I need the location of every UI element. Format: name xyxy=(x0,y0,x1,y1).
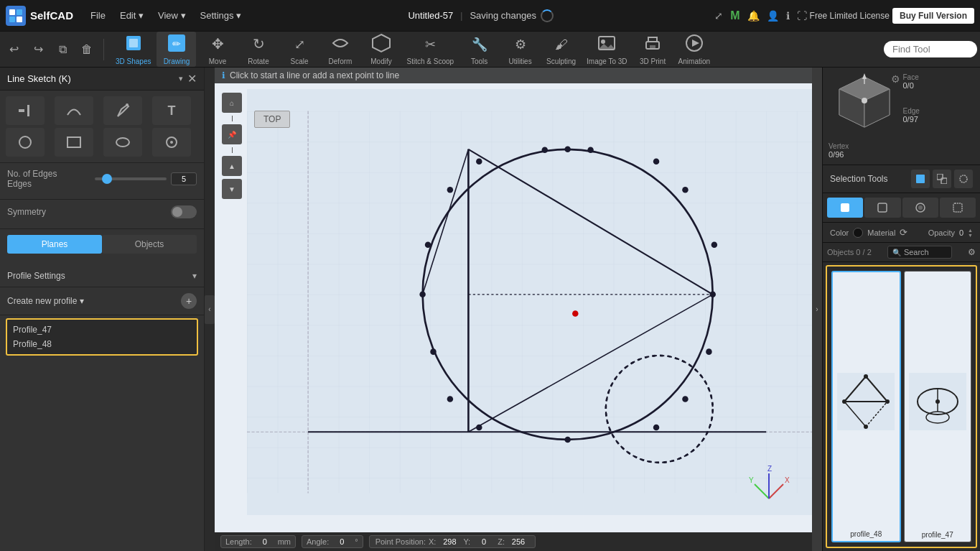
tool-move[interactable]: ✥ Move xyxy=(197,32,237,67)
tool-3d-print[interactable]: 3D Print xyxy=(633,32,673,67)
tool-3d-shapes-label: 3D Shapes xyxy=(116,57,151,65)
material-icon[interactable]: ⟳ xyxy=(900,227,907,238)
tabs-section: Planes Objects xyxy=(0,229,204,265)
text-tool-btn[interactable]: T xyxy=(152,96,191,125)
svg-point-30 xyxy=(170,141,173,144)
center-panel: ℹ Click to start a line or add a next po… xyxy=(215,68,812,551)
share-icon[interactable]: ⤢ xyxy=(714,10,723,22)
profile-settings-dropdown[interactable]: ▾ xyxy=(192,271,197,281)
svg-text:✥: ✥ xyxy=(211,36,223,52)
tool-tools[interactable]: 🔧 Tools xyxy=(459,32,499,67)
panel-dropdown-btn[interactable]: ▾ xyxy=(179,74,183,83)
nav-down[interactable]: ▼ xyxy=(222,179,242,199)
info-message: Click to start a line or add a next poin… xyxy=(230,70,399,80)
add-profile-button[interactable]: + xyxy=(181,293,197,309)
tool-3d-shapes[interactable]: 3D Shapes xyxy=(111,32,155,67)
tool-sculpting[interactable]: 🖌 Sculpting xyxy=(541,32,581,67)
sel-lasso-btn[interactable] xyxy=(954,170,973,188)
pen-tool-btn[interactable] xyxy=(103,96,142,125)
menu-edit[interactable]: Edit ▾ xyxy=(114,7,149,24)
view-transparent-btn[interactable] xyxy=(940,198,976,218)
menu-file[interactable]: File xyxy=(85,7,111,24)
info-bar: ℹ Click to start a line or add a next po… xyxy=(215,68,812,83)
tool-drawing[interactable]: ✏ Drawing xyxy=(157,32,196,67)
3d-cube-display[interactable]: ⚙ xyxy=(829,73,900,138)
m-icon[interactable]: M xyxy=(730,9,739,22)
profile-item-48[interactable]: Profile_48 xyxy=(13,337,191,351)
line-tool-btn[interactable] xyxy=(6,96,45,125)
tool-image-to-3d[interactable]: Image To 3D xyxy=(582,32,632,67)
view-controls: ⌂ 📌 ▲ ▼ xyxy=(222,93,242,199)
ellipse-tool-btn[interactable] xyxy=(103,128,142,157)
tool-stitch-scoop[interactable]: ✂ Stitch & Scoop xyxy=(402,32,458,67)
collapse-left-arrow[interactable]: ‹ xyxy=(205,295,215,324)
buy-full-version-button[interactable]: Buy Full Version xyxy=(892,8,974,24)
svg-rect-23 xyxy=(19,109,24,112)
panel-close-btn[interactable]: ✕ xyxy=(187,72,197,85)
opacity-spinner[interactable]: ▲ ▼ xyxy=(968,228,973,238)
delete-button[interactable]: 🗑 xyxy=(76,39,98,60)
tool-utilities[interactable]: ⚙ Utilities xyxy=(500,32,540,67)
app-logo-icon[interactable] xyxy=(6,6,26,26)
tab-planes[interactable]: Planes xyxy=(7,235,102,254)
svg-text:⤢: ⤢ xyxy=(294,37,304,52)
create-profile-btn[interactable]: Create new profile ▾ xyxy=(7,296,84,306)
profile-thumb-48[interactable]: profile_48 xyxy=(831,271,901,542)
angle-value[interactable] xyxy=(332,537,352,546)
tool-modify[interactable]: Modify xyxy=(361,32,401,67)
view-top-pin[interactable]: 📌 xyxy=(222,124,242,144)
sel-multi-btn[interactable] xyxy=(933,170,951,188)
svg-point-74 xyxy=(862,98,867,103)
create-profile-label: Create new profile xyxy=(7,296,77,306)
nav-up[interactable]: ▲ xyxy=(222,156,242,176)
info-icon[interactable]: ℹ xyxy=(786,10,790,22)
search-box[interactable]: 🔍 Search xyxy=(887,246,952,259)
svg-text:Y: Y xyxy=(749,476,754,484)
left-panel: Line Sketch (K) ▾ ✕ T xyxy=(0,68,205,551)
y-value[interactable] xyxy=(473,537,495,546)
collapse-right-arrow[interactable]: › xyxy=(812,68,822,551)
menu-settings[interactable]: Settings ▾ xyxy=(195,7,248,24)
copy-button[interactable]: ⧉ xyxy=(52,39,73,60)
z-value[interactable] xyxy=(508,537,529,546)
tool-rotate[interactable]: ↻ Rotate xyxy=(238,32,278,67)
curve-tool-btn[interactable] xyxy=(55,96,93,125)
edges-slider[interactable] xyxy=(95,177,167,180)
find-tool-input[interactable] xyxy=(884,41,977,57)
circle-tool-btn[interactable] xyxy=(6,128,45,157)
sel-solid-btn[interactable] xyxy=(911,170,930,188)
symmetry-toggle[interactable] xyxy=(171,205,197,218)
menu-view[interactable]: View ▾ xyxy=(152,7,192,24)
svg-text:🔧: 🔧 xyxy=(472,37,488,52)
fullscreen-icon[interactable]: ⛶ xyxy=(797,10,807,22)
tool-deform[interactable]: Deform xyxy=(320,32,360,67)
view-solid-btn[interactable] xyxy=(827,198,863,218)
svg-rect-19 xyxy=(648,37,657,42)
create-profile-dropdown[interactable]: ▾ xyxy=(80,296,84,306)
edges-input[interactable]: 5 xyxy=(171,172,197,185)
view-xray-btn[interactable] xyxy=(902,198,938,218)
length-value[interactable] xyxy=(255,537,275,546)
cube-settings-icon[interactable]: ⚙ xyxy=(891,73,900,85)
rect-tool-btn[interactable] xyxy=(55,128,93,157)
profiles-thumb-area: profile_48 profile_47 xyxy=(826,265,977,548)
profile-item-47[interactable]: Profile_47 xyxy=(13,323,191,337)
undo-button[interactable]: ↩ xyxy=(3,39,24,60)
panel-title: Line Sketch (K) xyxy=(7,73,71,84)
redo-button[interactable]: ↪ xyxy=(27,39,49,60)
view-wireframe-btn[interactable] xyxy=(864,198,900,218)
tab-objects[interactable]: Objects xyxy=(102,235,197,254)
profile-thumb-47[interactable]: profile_47 xyxy=(904,271,972,542)
drawing-canvas[interactable] xyxy=(247,89,812,515)
user-icon[interactable]: 👤 xyxy=(767,10,779,22)
arc-tool-btn[interactable] xyxy=(152,128,191,157)
bell-icon[interactable]: 🔔 xyxy=(747,10,760,22)
sculpting-icon: 🖌 xyxy=(551,33,571,56)
tool-scale[interactable]: ⤢ Scale xyxy=(279,32,319,67)
svg-line-64 xyxy=(755,484,769,499)
objects-settings-btn[interactable]: ⚙ xyxy=(968,247,976,257)
x-value[interactable] xyxy=(439,537,460,546)
home-btn[interactable]: ⌂ xyxy=(222,93,242,113)
color-picker[interactable] xyxy=(853,228,863,238)
tool-animation[interactable]: Animation xyxy=(674,32,714,67)
